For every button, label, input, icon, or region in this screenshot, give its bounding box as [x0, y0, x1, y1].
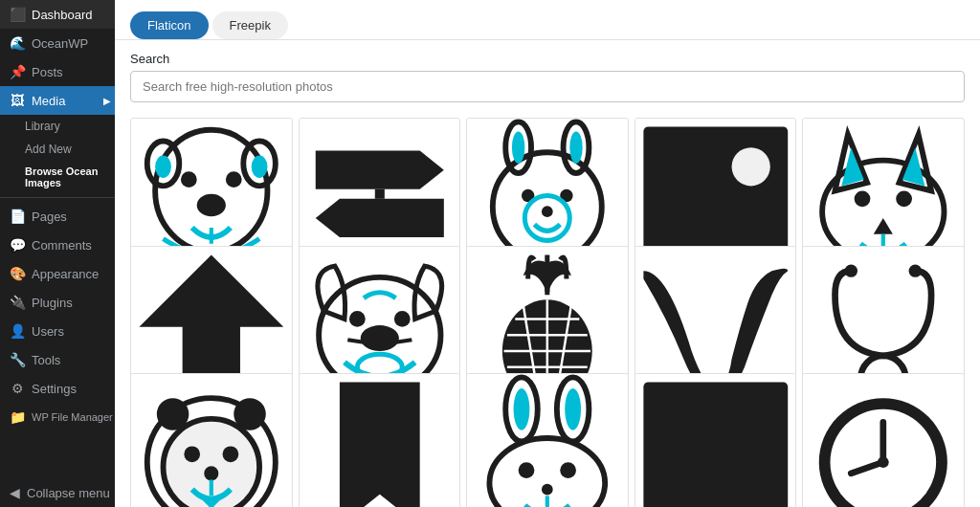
sidebar-item-pages[interactable]: 📄 Pages	[0, 202, 115, 231]
svg-marker-73	[339, 383, 419, 507]
sidebar-item-settings[interactable]: ⚙ Settings	[0, 374, 115, 403]
collapse-icon: ◀	[10, 485, 20, 500]
search-input[interactable]	[130, 71, 965, 102]
svg-point-91	[878, 457, 889, 469]
sidebar-item-addnew[interactable]: Add New	[0, 138, 115, 161]
grid-item-15[interactable]	[802, 373, 965, 507]
svg-point-31	[855, 190, 871, 207]
posts-icon: 📌	[10, 64, 25, 79]
grid-item-12[interactable]	[299, 373, 461, 507]
media-arrow: ▶	[103, 96, 111, 106]
sidebar-item-posts[interactable]: 📌 Posts	[0, 57, 115, 86]
plugins-icon: 🔌	[10, 295, 25, 310]
svg-point-65	[184, 447, 200, 463]
sidebar-item-dashboard[interactable]: ⬛ Dashboard	[0, 0, 115, 29]
image-grid	[115, 110, 980, 507]
svg-point-78	[519, 463, 535, 479]
svg-point-20	[542, 206, 553, 217]
dashboard-icon: ⬛	[10, 7, 25, 22]
svg-point-22	[512, 131, 524, 164]
sidebar: ⬛ Dashboard 🌊 OceanWP 📌 Posts 🖼 Media ▶ …	[0, 0, 115, 507]
appearance-icon: 🎨	[10, 266, 25, 281]
search-area: Search	[115, 40, 980, 110]
search-label: Search	[130, 52, 965, 66]
svg-rect-85	[643, 383, 788, 507]
svg-point-8	[155, 156, 171, 178]
svg-point-43	[360, 325, 398, 351]
sidebar-item-plugins[interactable]: 🔌 Plugins	[0, 288, 115, 317]
svg-marker-12	[315, 199, 443, 237]
sidebar-item-media[interactable]: 🖼 Media ▶	[0, 86, 115, 115]
sidebar-item-oceanwp[interactable]: 🌊 OceanWP	[0, 29, 115, 57]
main-content: Flaticon Freepik Search	[115, 0, 980, 507]
sidebar-item-users[interactable]: 👤 Users	[0, 317, 115, 345]
settings-icon: ⚙	[10, 381, 25, 396]
filemanager-icon: 📁	[10, 409, 25, 425]
svg-point-4	[181, 171, 197, 187]
oceanwp-icon: 🌊	[10, 35, 25, 51]
sidebar-item-comments[interactable]: 💬 Comments	[0, 231, 115, 259]
svg-point-26	[731, 147, 769, 186]
media-icon: 🖼	[10, 93, 25, 108]
grid-item-11[interactable]	[130, 373, 293, 507]
svg-point-6	[197, 194, 226, 216]
svg-point-9	[252, 156, 268, 178]
svg-marker-11	[315, 151, 443, 189]
grid-item-13[interactable]	[466, 373, 629, 507]
svg-point-66	[223, 447, 239, 463]
svg-point-5	[226, 171, 242, 187]
svg-point-57	[845, 264, 858, 276]
sidebar-item-wpfilemanager[interactable]: 📁 WP File Manager	[0, 403, 115, 431]
svg-point-23	[569, 131, 582, 164]
sidebar-item-appearance[interactable]: 🎨 Appearance	[0, 259, 115, 288]
svg-point-42	[393, 311, 410, 327]
grid-item-14[interactable]	[635, 373, 797, 507]
tab-freepik[interactable]: Freepik	[212, 11, 288, 39]
sidebar-item-library[interactable]: Library	[0, 115, 115, 138]
sidebar-item-collapse[interactable]: ◀ Collapse menu	[0, 478, 115, 507]
comments-icon: 💬	[10, 237, 25, 253]
pages-icon: 📄	[10, 209, 25, 224]
svg-point-32	[897, 190, 913, 207]
sidebar-item-browse-ocean[interactable]: Browse Ocean Images	[0, 161, 115, 193]
tab-row: Flaticon Freepik	[130, 11, 965, 39]
svg-point-67	[204, 467, 218, 481]
svg-point-82	[514, 388, 530, 430]
svg-rect-13	[374, 189, 384, 199]
svg-point-79	[560, 463, 576, 479]
sidebar-item-tools[interactable]: 🔧 Tools	[0, 345, 115, 374]
users-icon: 👤	[10, 323, 25, 339]
top-bar: Flaticon Freepik	[115, 0, 980, 40]
svg-point-80	[542, 484, 553, 496]
divider-1	[0, 197, 115, 198]
svg-point-83	[565, 388, 581, 430]
tab-flaticon[interactable]: Flaticon	[130, 11, 209, 39]
tools-icon: 🔧	[10, 352, 25, 367]
svg-point-41	[349, 311, 366, 327]
svg-point-58	[909, 264, 922, 276]
